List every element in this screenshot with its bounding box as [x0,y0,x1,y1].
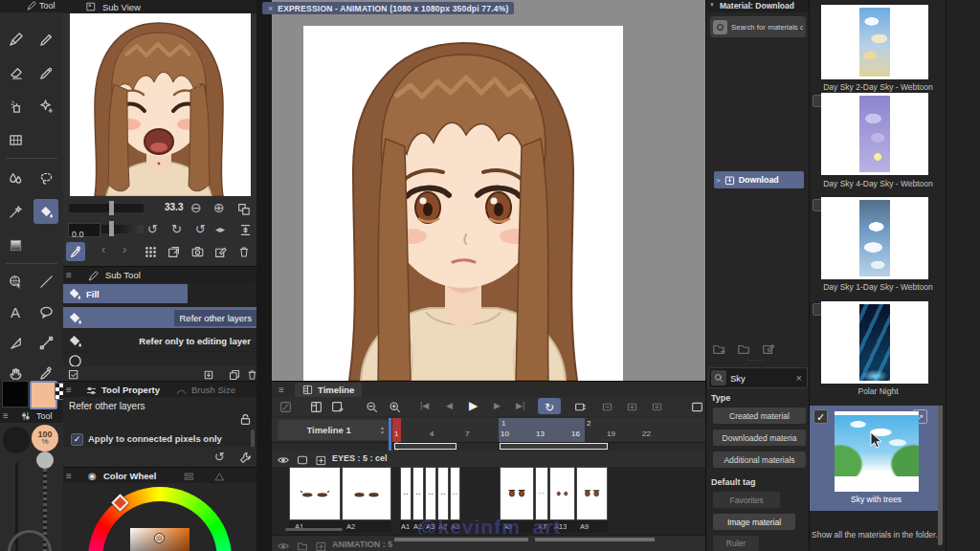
track-row-eyes[interactable]: EYES : 5 : cel [272,451,705,468]
folder-thumb-icon[interactable] [297,539,308,551]
clear-search-icon[interactable]: × [796,372,807,384]
fill-tool[interactable] [33,199,58,224]
subview-rotation-slider[interactable] [101,225,144,233]
flip-horizontal-button[interactable]: ◂▸ [215,224,225,234]
edit-folder-icon[interactable] [762,342,775,356]
search-value[interactable]: Sky [730,373,792,384]
cel-a13[interactable] [549,467,575,520]
menu-icon[interactable]: ≡ [3,410,9,421]
sv-selector[interactable] [154,533,165,543]
onion-prev-icon[interactable] [601,401,613,413]
wrench-icon[interactable] [239,452,252,464]
folder-settings-icon[interactable] [737,342,750,356]
new-timeline-icon[interactable] [279,401,292,413]
visibility-eye-icon[interactable] [278,539,289,551]
cel-narrow[interactable] [425,467,436,520]
line-tool[interactable] [33,269,58,294]
onion-skin-icon[interactable] [574,401,587,413]
rotate-cw-button[interactable]: ↻ [171,222,182,236]
option-row[interactable]: ✓ Apply to connected pixels only [63,433,251,447]
tab-tool-property[interactable]: Tool Property [101,385,160,395]
fit-screen-icon[interactable] [237,203,250,215]
material-item-day-sky-2[interactable] [821,5,928,79]
cel-a9-2[interactable] [576,467,608,520]
register-settings-icon[interactable] [68,369,79,381]
loop-play-button[interactable]: ↻ [538,398,561,414]
new-track-icon[interactable] [331,401,344,413]
brush-tool[interactable] [33,27,58,52]
lock-icon[interactable] [239,413,252,426]
subview-rotation-field[interactable]: 0.0 [68,223,100,237]
lasso-tool[interactable] [33,165,58,190]
cel-range-bar[interactable] [500,443,608,450]
timeline-zoom-out-icon[interactable] [366,401,378,413]
cel-a2[interactable] [342,467,391,520]
material-checkbox-checked[interactable]: ✓ [813,409,828,424]
close-document-icon[interactable]: × [268,4,273,13]
opacity-slider-knob[interactable] [36,452,54,469]
cel-narrow[interactable] [400,467,412,520]
cel-settings-icon[interactable] [651,401,663,413]
subview-zoom-handle[interactable] [109,201,114,215]
sub-color-swatch[interactable] [30,381,57,409]
materials-header-chevron[interactable]: ▼ [709,2,715,8]
timeline-more-icon[interactable] [691,401,703,413]
menu-icon[interactable]: ≡ [66,270,72,280]
chevron-right-icon[interactable]: > [716,176,721,185]
grid-view-icon[interactable] [145,246,157,258]
canvas-area[interactable]: × EXPRESSION - ANIMATION (1080 x 1080px … [272,0,705,381]
track-range-bar[interactable] [535,538,655,541]
document-tab[interactable]: × EXPRESSION - ANIMATION (1080 x 1080px … [262,2,514,14]
cel-narrow[interactable] [412,467,424,520]
balloon-tool[interactable] [33,299,58,324]
timeline-ruler[interactable]: Timeline 1 ▲ ▼ 1 2 4 7 10 13 16 19 22 [272,418,705,443]
color-slider-tab-icon[interactable] [184,472,194,482]
subview-eyedropper-button[interactable] [66,242,85,261]
fit-vertical-icon[interactable] [239,224,252,236]
airbrush-tool[interactable] [3,94,28,119]
prev-image-button[interactable]: ‹ [101,242,105,256]
material-item-sky-with-trees[interactable]: ✓ ↗ Sky with trees [810,406,943,511]
subview-zoom-slider[interactable] [69,204,144,212]
drag-handle-dots[interactable]: ····· [746,356,764,364]
subtool-item-refer-other-layers[interactable]: Refer other layers [63,307,256,328]
prev-frame-button[interactable]: ◀ [446,401,453,410]
cel-a1[interactable] [289,467,341,520]
tab-color-wheel[interactable]: Color Wheel [103,471,156,481]
import-image-icon[interactable] [167,246,180,258]
first-frame-button[interactable]: |◀ [420,401,429,410]
filter-additional-materials[interactable]: Additional materials [713,452,806,468]
expand-track-icon[interactable] [316,539,326,551]
import-icon[interactable] [203,369,214,381]
cel-range-bar[interactable] [394,443,457,450]
tab-timeline[interactable]: Timeline [295,383,362,397]
gradient-tool[interactable] [3,232,28,257]
play-button[interactable]: ▶ [469,399,478,412]
track-row-animation[interactable]: ANIMATION : 5 [272,535,705,551]
menu-icon[interactable]: ≡ [66,385,72,395]
tab-brush-size[interactable]: Brush Size [191,385,235,395]
subview-rotation-handle[interactable] [109,221,114,236]
new-folder-icon[interactable] [712,342,725,356]
selector-down-icon[interactable]: ▼ [380,430,385,435]
playhead-column[interactable]: 1 [392,418,401,442]
zoom-out-button[interactable]: ⊖ [190,200,202,215]
tree-download-selected[interactable]: > Download [714,171,804,188]
filter-created-material[interactable]: Created material [713,408,806,424]
tone-tool[interactable] [3,165,28,190]
timeline-settings-icon[interactable] [310,401,323,413]
zoom-in-button[interactable]: ⊕ [213,200,225,215]
next-image-button[interactable]: › [122,242,126,256]
filter-downloaded-material[interactable]: Downloaded materia [713,430,806,446]
subtool-group-fill[interactable]: Fill [63,284,188,303]
material-item-day-sky-1[interactable] [821,197,928,279]
subtool-item-refer-only-editing[interactable]: Refer only to editing layer [63,330,256,351]
materials-search-box[interactable]: Sky × [708,367,808,388]
blend-tool[interactable] [33,60,58,85]
canvas-page[interactable] [303,26,623,381]
tag-image-material[interactable]: Image material [713,514,795,530]
hscroll-indicator[interactable] [285,528,343,531]
auto-select-tool[interactable] [3,199,28,224]
tag-ruler[interactable]: Ruler [713,536,759,551]
object-tool[interactable] [3,269,28,294]
